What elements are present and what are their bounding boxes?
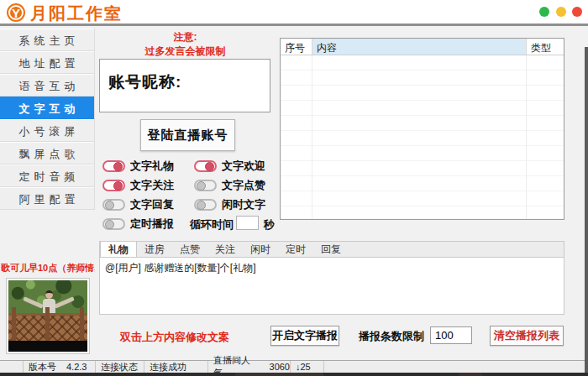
fence-post: [80, 307, 84, 341]
down-arrow-value: ↓25: [296, 362, 311, 372]
tab-idle[interactable]: 闲时: [243, 242, 278, 257]
sidebar-item-text-interact[interactable]: 文字互动: [0, 97, 94, 119]
warning-title: 注意:: [99, 30, 271, 44]
status-version: 版本号 4.2.3: [24, 361, 96, 373]
toggle-label: 文字欢迎: [222, 159, 265, 174]
login-live-account-button[interactable]: 登陆直播账号: [140, 119, 235, 151]
toggle-text-gift[interactable]: 文字礼物: [102, 159, 174, 173]
tab-gift[interactable]: 礼物: [100, 241, 137, 257]
table-header-row: 序号 内容 类型: [281, 39, 564, 55]
app-logo-icon: Y: [7, 3, 25, 22]
sidebar-item-system-home[interactable]: 系统主页: [0, 29, 94, 51]
status-spacer: [324, 361, 588, 373]
toggle-timed-broadcast[interactable]: 定时播报: [102, 217, 174, 231]
close-dot-icon[interactable]: [572, 7, 582, 17]
toggle-text-like[interactable]: 文字点赞: [194, 178, 265, 192]
screen-edge-right: [585, 47, 588, 373]
person-arm: [54, 296, 75, 309]
screen-edge-bottom: [0, 373, 588, 376]
person-head: [45, 290, 53, 299]
video-scene: [8, 280, 87, 352]
toggle-text-follow[interactable]: 文字关注: [102, 178, 174, 192]
broadcast-limit-label: 播报条数限制: [359, 329, 424, 344]
start-text-broadcast-button[interactable]: 开启文字播报: [270, 326, 339, 346]
status-popularity: 直播间人气 3060: [208, 361, 291, 373]
sidebar-item-float-song[interactable]: 飘屏点歌: [0, 142, 94, 164]
loop-interval-label: 循环时间: [190, 217, 234, 232]
sidebar-item-address-config[interactable]: 地址配置: [0, 51, 94, 74]
person-arm: [23, 296, 44, 309]
edit-hint-text: 双击上方内容修改文案: [120, 330, 229, 345]
minimize-dot-icon[interactable]: [539, 7, 549, 17]
toggle-switch[interactable]: [194, 199, 217, 211]
tab-follow[interactable]: 关注: [207, 242, 243, 257]
loop-unit-label: 秒: [264, 217, 275, 232]
column-header-index: 序号: [281, 39, 312, 55]
column-divider: [312, 55, 312, 219]
template-tab-bar: 礼物 进房 点赞 关注 闲时 定时 回复: [99, 241, 564, 257]
version-label: 版本号: [29, 361, 56, 373]
status-bar: 版本号 4.2.3 连接状态 连接成功 直播间人气 3060 ↓25: [0, 360, 588, 373]
status-connection-value: 连接成功: [144, 361, 208, 373]
popularity-value: 3060: [270, 362, 290, 372]
column-header-type: 类型: [527, 39, 564, 55]
logo-letter: Y: [7, 3, 25, 22]
toggle-switch[interactable]: [102, 199, 125, 211]
sidebar-item-timed-audio[interactable]: 定时音频: [0, 164, 94, 187]
status-connection-label: 连接状态: [96, 361, 144, 373]
tab-enter[interactable]: 进房: [137, 242, 172, 257]
column-divider: [526, 55, 527, 219]
version-value: 4.2.3: [66, 362, 87, 372]
column-header-content: 内容: [312, 39, 527, 55]
sidebar-nav: 系统主页 地址配置 语音互动 文字互动 小号滚屏 飘屏点歌 定时音频 阿里配置: [0, 29, 95, 210]
template-text-area[interactable]: @[用户] 感谢赠送的[数量]个[礼物]: [99, 257, 564, 315]
status-spacer: [0, 361, 24, 373]
fence-post: [45, 307, 50, 341]
sidebar-item-voice-interact[interactable]: 语音互动: [0, 74, 94, 97]
video-preview: [6, 278, 90, 354]
toggle-label: 文字关注: [130, 178, 174, 193]
toggle-label: 闲时文字: [222, 197, 265, 212]
broadcast-list-table: 序号 内容 类型: [280, 38, 564, 220]
fence-post: [12, 307, 16, 341]
loop-interval-input[interactable]: [236, 216, 259, 230]
toggle-text-reply[interactable]: 文字回复: [102, 197, 174, 212]
toggle-label: 文字点赞: [222, 178, 265, 193]
warning-subtitle: 过多发言会被限制: [99, 44, 271, 59]
tab-like[interactable]: 点赞: [172, 242, 207, 257]
clear-broadcast-list-button[interactable]: 清空播报列表: [490, 326, 564, 346]
account-nickname-box: 账号昵称:: [99, 59, 270, 112]
toggle-label: 文字礼物: [130, 159, 174, 174]
restore-dot-icon[interactable]: [556, 7, 566, 17]
scrolling-notice-text: 歌可儿早10点（养师情感小: [1, 262, 95, 274]
toggle-switch[interactable]: [194, 160, 217, 172]
app-title: 月阳工作室: [30, 3, 123, 25]
title-bar: Y 月阳工作室: [0, 0, 588, 26]
toggle-switch[interactable]: [194, 180, 217, 191]
status-drop-count: ↓25: [291, 361, 324, 373]
sidebar-item-alt-scroll[interactable]: 小号滚屏: [0, 119, 94, 142]
toggle-label: 定时播报: [130, 217, 174, 232]
toggle-switch[interactable]: [102, 180, 125, 191]
toggle-switch[interactable]: [102, 218, 125, 230]
video-letterbox: [8, 341, 87, 352]
toggle-idle-text[interactable]: 闲时文字: [194, 197, 265, 212]
tab-reply[interactable]: 回复: [313, 242, 349, 257]
toggle-text-welcome[interactable]: 文字欢迎: [194, 159, 265, 173]
nickname-label: 账号昵称:: [100, 60, 270, 93]
app-window: Y 月阳工作室 系统主页 地址配置 语音互动 文字互动 小号滚屏 飘屏点歌 定时…: [0, 0, 588, 376]
toggle-label: 文字回复: [130, 197, 174, 212]
table-body[interactable]: [281, 55, 564, 219]
tab-timed[interactable]: 定时: [278, 242, 313, 257]
sidebar-item-ali-config[interactable]: 阿里配置: [0, 187, 94, 210]
toggle-switch[interactable]: [102, 160, 125, 172]
broadcast-limit-input[interactable]: [430, 326, 472, 344]
